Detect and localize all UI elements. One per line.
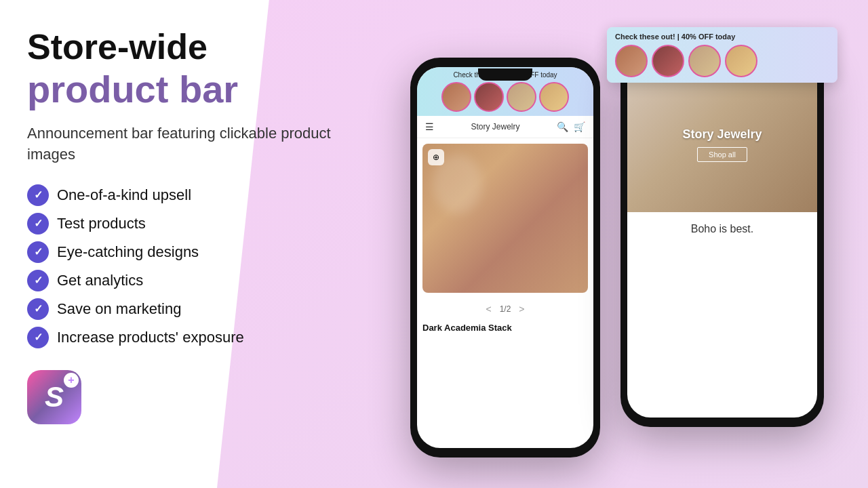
product-circle-1[interactable] xyxy=(441,82,471,112)
expanded-circles xyxy=(615,45,829,77)
heading-line1: Store-wide xyxy=(27,27,208,66)
phone1-nav-title: Story Jewelry xyxy=(471,122,519,131)
app-icon-plus: + xyxy=(64,373,79,388)
check-icon-5 xyxy=(27,298,49,320)
check-icon-6 xyxy=(27,327,49,348)
phone-mockup-2: Check these out! | 40% OFF today ☰ Story… xyxy=(620,47,824,427)
check-icon-4 xyxy=(27,270,49,291)
right-panel: Check these out! | 40% OFF today ☰ Story… xyxy=(380,0,868,488)
feature-label-1: One-of-a-kind upsell xyxy=(57,186,191,204)
check-icon-3 xyxy=(27,241,49,263)
search-icon[interactable]: 🔍 xyxy=(557,121,568,132)
expanded-product-bar: Check these out! | 40% OFF today xyxy=(607,27,837,83)
product-circle-4[interactable] xyxy=(539,82,569,112)
phone1-notch xyxy=(478,68,532,81)
exp-circle-3[interactable] xyxy=(688,45,721,77)
phone1-product-images xyxy=(424,82,587,112)
phone2-hero-content: Story Jewelry Shop all xyxy=(682,127,762,162)
feature-item-2: Test products xyxy=(27,213,359,235)
shop-all-button[interactable]: Shop all xyxy=(697,147,747,162)
zoom-icon: ⊕ xyxy=(433,152,439,162)
feature-label-5: Save on marketing xyxy=(57,300,181,318)
heading-line2: product bar xyxy=(27,68,238,110)
feature-label-6: Increase products' exposure xyxy=(57,329,244,346)
exp-circle-2[interactable] xyxy=(652,45,684,77)
left-panel: Store-wide product bar Announcement bar … xyxy=(0,0,380,488)
cart-icon[interactable]: 🛒 xyxy=(574,121,585,132)
exp-circle-1[interactable] xyxy=(615,45,648,77)
phone2-hero: Story Jewelry Shop all xyxy=(627,77,817,212)
phone1-product-title: Dark Academia Stack xyxy=(417,320,593,336)
phone1-product-image[interactable]: ⊕ xyxy=(422,144,588,293)
feature-item-3: Eye-catching designs xyxy=(27,241,359,263)
feature-item-6: Increase products' exposure xyxy=(27,327,359,348)
phone1-nav-icons: 🔍 🛒 xyxy=(557,121,585,132)
product-circle-3[interactable] xyxy=(507,82,536,112)
phone2-hero-title: Story Jewelry xyxy=(682,127,762,142)
feature-label-3: Eye-catching designs xyxy=(57,243,199,261)
zoom-button[interactable]: ⊕ xyxy=(428,149,444,165)
features-list: One-of-a-kind upsell Test products Eye-c… xyxy=(27,184,359,348)
app-icon-letter: S xyxy=(45,381,64,413)
phone1-screen: Check these out! | 40% OFF today ☰ Story… xyxy=(417,67,593,448)
check-icon-2 xyxy=(27,213,49,235)
exp-circle-4[interactable] xyxy=(725,45,757,77)
phone-mockup-1: Check these out! | 40% OFF today ☰ Story… xyxy=(410,58,600,458)
feature-item-4: Get analytics xyxy=(27,270,359,291)
phone1-nav: ☰ Story Jewelry 🔍 🛒 xyxy=(417,116,593,138)
feature-label-4: Get analytics xyxy=(57,272,143,289)
phone1-pagination: < 1/2 > xyxy=(417,298,593,320)
main-heading: Store-wide product bar xyxy=(27,27,359,111)
phone1-product-area: ⊕ xyxy=(417,138,593,298)
check-icon-1 xyxy=(27,184,49,206)
pagination-text: 1/2 xyxy=(500,304,511,314)
phone2-tagline: Boho is best. xyxy=(627,212,817,246)
hamburger-icon[interactable]: ☰ xyxy=(425,121,434,132)
feature-label-2: Test products xyxy=(57,215,146,232)
phone2-screen: ☰ Story Jewelry 🔍 🛒 Story Jewelry Shop a… xyxy=(627,57,817,418)
feature-item-5: Save on marketing xyxy=(27,298,359,320)
feature-item-1: One-of-a-kind upsell xyxy=(27,184,359,206)
product-circle-2[interactable] xyxy=(474,82,504,112)
prev-arrow[interactable]: < xyxy=(486,304,491,314)
expanded-bar-text: Check these out! | 40% OFF today xyxy=(615,33,829,41)
app-icon[interactable]: S + xyxy=(27,370,81,424)
next-arrow[interactable]: > xyxy=(519,304,524,314)
subtitle: Announcement bar featuring clickable pro… xyxy=(27,123,359,165)
